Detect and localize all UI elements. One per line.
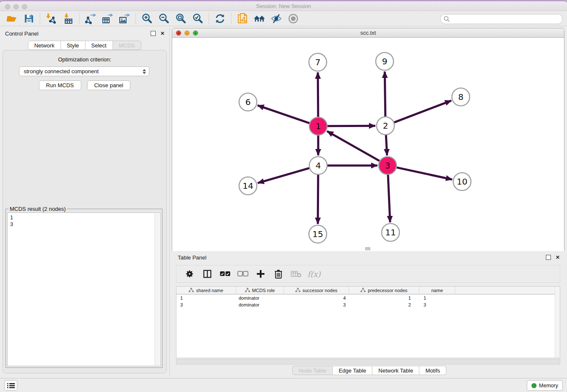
graph-edge-2-8[interactable] (394, 101, 451, 123)
unselect-all-columns-button[interactable] (237, 268, 248, 279)
float-table-panel-icon[interactable] (546, 255, 551, 260)
import-table-button[interactable] (60, 12, 77, 25)
cell-predecessor-nodes[interactable]: 1 (349, 295, 419, 301)
graph-node-label: 2 (383, 121, 388, 131)
cell-shared-name[interactable]: 3 (176, 301, 236, 308)
hierarchy-icon (245, 288, 250, 293)
clone-network-button[interactable] (234, 12, 251, 25)
show-all-button[interactable] (285, 12, 302, 25)
tab-network-table[interactable]: Network Table (372, 366, 419, 375)
criterion-dropdown[interactable]: strongly connected component (19, 66, 149, 76)
table-row[interactable]: 1 dominator 4 1 1 (176, 295, 560, 301)
hide-selected-button[interactable] (268, 12, 285, 25)
column-header-predecessor-nodes[interactable]: predecessor nodes (349, 287, 419, 294)
canvas-horizontal-scroll-thumb[interactable] (365, 247, 370, 250)
column-header-shared-name[interactable]: shared name (176, 287, 236, 294)
tab-node-table[interactable]: Node Table (292, 366, 333, 375)
graph-edge-1-7[interactable] (318, 72, 318, 117)
column-header-mcds-role[interactable]: MCDS role (236, 287, 284, 294)
zoom-selected-icon (192, 13, 204, 25)
network-window-titlebar: ✕ − + scc.txt (172, 28, 564, 38)
cell-name[interactable]: 1 (419, 295, 455, 301)
table-settings-button[interactable] (184, 268, 195, 279)
network-view-window: ✕ − + scc.txt 7968124314101511 (172, 28, 564, 251)
graph-node-label: 6 (245, 97, 251, 107)
cell-shared-name[interactable]: 1 (176, 295, 236, 301)
column-header-successor-nodes[interactable]: successor nodes (284, 287, 349, 294)
search-input[interactable] (450, 15, 562, 23)
delete-column-button[interactable] (273, 268, 284, 279)
graph-edge-1-6[interactable] (258, 105, 309, 123)
zoom-out-button[interactable] (155, 12, 172, 25)
table-row[interactable]: 3 dominator 3 2 3 (176, 301, 560, 308)
control-panel: Control Panel ✕ Network Style Select MCD… (0, 28, 170, 376)
graph-node-label: 4 (316, 160, 321, 171)
open-session-icon (6, 13, 18, 25)
graph-edge-2-9[interactable] (385, 72, 385, 116)
table-horizontal-scrollbar[interactable] (176, 359, 560, 364)
graph-edge-4-15[interactable] (318, 175, 318, 224)
tab-mcds[interactable]: MCDS (113, 41, 141, 50)
plus-icon (256, 270, 265, 278)
network-canvas[interactable]: 7968124314101511 (172, 38, 564, 251)
show-columns-button[interactable] (202, 268, 213, 279)
table-panel: Table Panel ✕ (172, 252, 567, 377)
import-network-button[interactable] (43, 12, 60, 25)
search-box[interactable] (440, 14, 563, 24)
graph-edge-2-3[interactable] (386, 135, 387, 155)
tab-network[interactable]: Network (28, 41, 61, 50)
cell-mcds-role[interactable]: dominator (236, 301, 284, 308)
clone-network-icon (237, 13, 248, 25)
toolbar-separator (40, 13, 40, 24)
graph-edge-3-1[interactable] (327, 131, 380, 161)
close-table-panel-icon[interactable]: ✕ (555, 255, 560, 260)
mcds-result-box: MCDS result (2 nodes) 1 3 (6, 209, 162, 368)
graph-edge-3-10[interactable] (397, 168, 452, 179)
close-panel-icon[interactable]: ✕ (160, 31, 165, 36)
function-builder-button: f(x) (308, 268, 319, 279)
save-session-button[interactable] (20, 12, 37, 25)
close-panel-button[interactable]: Close panel (87, 80, 131, 90)
toolbar-separator (79, 13, 80, 24)
export-network-button[interactable] (82, 12, 99, 25)
graph-edge-1-2[interactable] (328, 126, 375, 126)
cell-mcds-role[interactable]: dominator (236, 295, 284, 301)
tab-edge-table[interactable]: Edge Table (333, 366, 372, 375)
graph-edge-3-11[interactable] (388, 175, 390, 222)
tab-motifs[interactable]: Motifs (419, 366, 446, 375)
graph-edge-4-14[interactable] (258, 168, 309, 183)
first-neighbors-button[interactable] (251, 12, 268, 25)
task-history-button[interactable] (4, 380, 17, 391)
float-panel-icon[interactable] (151, 31, 156, 36)
zoom-selected-button[interactable] (189, 12, 206, 25)
cell-successor-nodes[interactable]: 4 (284, 295, 349, 301)
cell-successor-nodes[interactable]: 3 (284, 301, 349, 308)
graph-node-label: 8 (458, 92, 464, 102)
select-all-columns-button[interactable] (220, 268, 231, 279)
graph-node-label: 9 (382, 56, 388, 66)
run-mcds-button[interactable]: Run MCDS (39, 80, 81, 90)
export-table-button[interactable] (99, 12, 116, 25)
hierarchy-icon (189, 288, 194, 293)
column-header-name[interactable]: name (419, 287, 455, 294)
memory-button[interactable]: Memory (527, 380, 563, 391)
result-scrollbar[interactable] (154, 213, 160, 365)
table-scrollbar[interactable] (555, 287, 560, 358)
criterion-selected-value: strongly connected component (24, 68, 99, 75)
tab-style[interactable]: Style (61, 41, 85, 50)
cell-predecessor-nodes[interactable]: 2 (349, 301, 419, 308)
dropdown-stepper-icon (141, 68, 147, 75)
open-session-button[interactable] (3, 12, 20, 25)
graph-node-label: 1 (316, 121, 321, 131)
tab-select[interactable]: Select (85, 41, 113, 50)
export-image-button[interactable] (116, 12, 133, 25)
mcds-result-list[interactable]: 1 3 (7, 213, 161, 366)
mcds-result-title: MCDS result (2 nodes) (8, 206, 67, 212)
table-tabs: Node Table Edge Table Network Table Moti… (172, 366, 567, 375)
create-column-button[interactable] (255, 268, 266, 279)
unchecked-boxes-icon (237, 271, 248, 277)
cell-name[interactable]: 3 (419, 301, 455, 308)
refresh-button[interactable] (212, 12, 228, 25)
zoom-fit-button[interactable] (172, 12, 189, 25)
zoom-in-button[interactable] (138, 12, 155, 25)
